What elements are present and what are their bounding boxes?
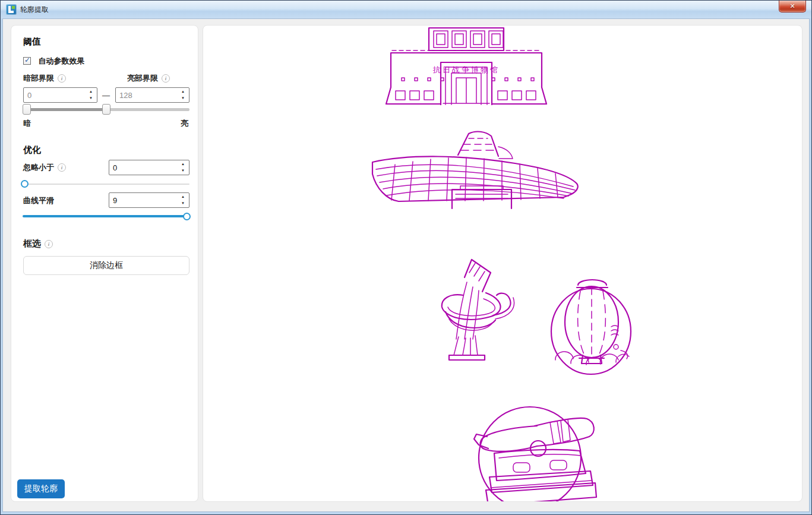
bright-limit-label: 亮部界限i <box>127 73 170 84</box>
remove-border-button[interactable]: 消除边框 <box>23 256 189 275</box>
smooth-input[interactable] <box>113 193 177 207</box>
museum-outline-drawing: 抗日战争博物馆 <box>385 26 548 105</box>
settings-panel: 阈值 ✓ 自动参数效果 暗部界限i 亮部界限i ▲ ▼ — <box>11 25 198 502</box>
dark-limit-spin-up-icon[interactable]: ▲ <box>86 89 96 95</box>
smooth-spin-down-icon[interactable]: ▼ <box>178 200 188 207</box>
ignore-slider-handle[interactable] <box>21 180 29 188</box>
ship-building-outline-drawing <box>368 129 582 212</box>
bright-limit-input-box: ▲ ▼ <box>115 87 189 103</box>
ignore-spin-down-icon[interactable]: ▼ <box>178 168 188 174</box>
dark-limit-input-box: ▲ ▼ <box>23 87 97 103</box>
ignore-spin-up-icon[interactable]: ▲ <box>178 161 188 168</box>
smooth-label: 曲线平滑 <box>23 195 54 206</box>
threshold-bright-handle[interactable] <box>102 104 110 115</box>
auto-param-label: 自动参数效果 <box>38 56 84 65</box>
dialog-content: 阈值 ✓ 自动参数效果 暗部界限i 亮部界限i ▲ ▼ — <box>2 18 810 512</box>
ignore-info-icon[interactable]: i <box>58 163 66 172</box>
title-bar[interactable]: 轮廓提取 ✕ <box>1 1 811 18</box>
check-icon: ✓ <box>24 56 30 64</box>
dialog-window: 轮廓提取 ✕ 阈值 ✓ 自动参数效果 暗部界限i 亮部界限i <box>0 0 812 515</box>
box-select-heading: 框选i <box>23 238 53 249</box>
smooth-slider-track[interactable] <box>23 215 189 217</box>
smooth-slider-handle[interactable] <box>183 213 191 220</box>
bright-limit-info-icon[interactable]: i <box>162 74 170 83</box>
lantern-outline-drawing <box>549 276 636 380</box>
dark-end-label: 暗 <box>23 118 31 129</box>
optimize-heading: 优化 <box>23 144 41 156</box>
box-select-info-icon[interactable]: i <box>45 240 53 248</box>
smooth-input-box: ▲ ▼ <box>109 192 189 208</box>
extract-contour-button[interactable]: 提取轮廓 <box>17 479 65 498</box>
sculpture-outline-drawing <box>419 256 517 363</box>
bright-limit-spin-down-icon[interactable]: ▼ <box>178 95 188 102</box>
auto-param-row: ✓ 自动参数效果 <box>23 55 84 67</box>
ignore-input-box: ▲ ▼ <box>109 160 189 175</box>
bright-limit-input[interactable] <box>119 88 177 102</box>
cannon-outline-drawing <box>463 401 598 502</box>
dark-limit-info-icon[interactable]: i <box>58 74 66 83</box>
threshold-dark-handle[interactable] <box>23 104 31 115</box>
range-separator: — <box>102 91 110 100</box>
close-icon: ✕ <box>789 2 795 10</box>
threshold-range-active-segment <box>27 108 106 111</box>
close-button[interactable]: ✕ <box>779 1 806 12</box>
app-logo-icon <box>6 4 17 15</box>
smooth-spin-up-icon[interactable]: ▲ <box>178 194 188 200</box>
preview-canvas[interactable]: 抗日战争博物馆 <box>203 25 802 502</box>
ignore-label: 忽略小于i <box>23 162 66 173</box>
window-title: 轮廓提取 <box>20 5 49 15</box>
dark-limit-label: 暗部界限i <box>23 73 66 84</box>
threshold-heading: 阈值 <box>23 36 41 48</box>
dark-limit-spin-down-icon[interactable]: ▼ <box>86 95 96 102</box>
ignore-slider-track[interactable] <box>23 184 189 185</box>
bright-limit-spin-up-icon[interactable]: ▲ <box>178 89 188 95</box>
ignore-input[interactable] <box>113 160 177 175</box>
dark-limit-input[interactable] <box>27 88 85 102</box>
bright-end-label: 亮 <box>181 118 188 129</box>
auto-param-checkbox[interactable]: ✓ <box>23 57 31 65</box>
